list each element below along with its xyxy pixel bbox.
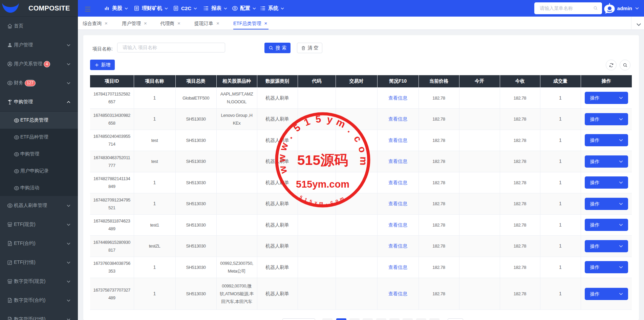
svg-text:m: m	[358, 156, 369, 166]
svg-text:.: .	[346, 125, 355, 135]
svg-text:5: 5	[299, 194, 303, 200]
svg-text:.: .	[326, 200, 327, 205]
svg-text:1: 1	[302, 116, 312, 128]
svg-text:5: 5	[292, 122, 303, 134]
svg-text:o: o	[356, 145, 368, 154]
svg-text:.: .	[284, 132, 294, 141]
svg-text:515ym.com: 515ym.com	[296, 179, 349, 190]
svg-text:c: c	[352, 133, 364, 144]
svg-text:w: w	[276, 154, 287, 163]
svg-text:m: m	[319, 200, 323, 206]
svg-text:1: 1	[304, 197, 308, 202]
svg-text:5: 5	[315, 113, 322, 125]
svg-text:w: w	[277, 141, 290, 152]
svg-text:515源码: 515源码	[297, 152, 348, 168]
